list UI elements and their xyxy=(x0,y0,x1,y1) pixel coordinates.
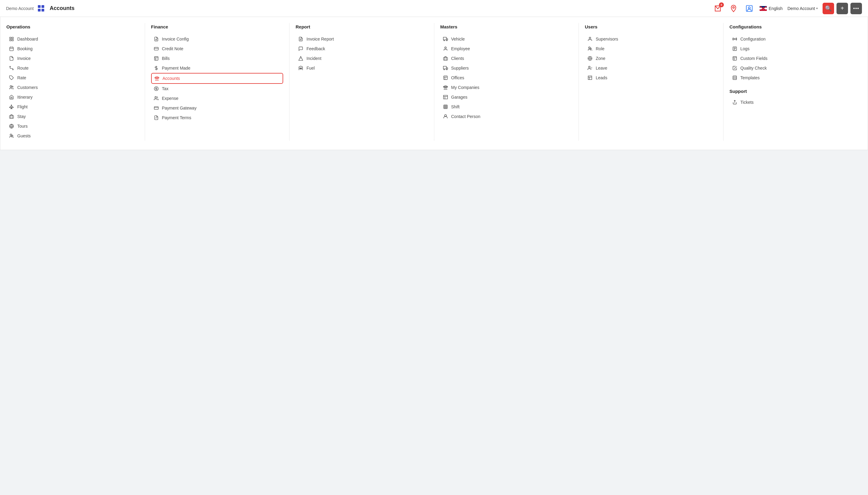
menu-item-leads[interactable]: Leads xyxy=(585,73,717,83)
menu-item-credit-note[interactable]: Credit Note xyxy=(151,44,283,54)
svg-point-11 xyxy=(10,66,11,67)
svg-rect-4 xyxy=(12,37,13,39)
contact-person-label: Contact Person xyxy=(451,114,481,119)
menu-item-booking[interactable]: Booking xyxy=(6,44,139,54)
mail-icon-btn[interactable]: 0 xyxy=(712,3,723,14)
suppliers-label: Suppliers xyxy=(451,66,469,70)
clients-icon xyxy=(443,56,448,61)
menu-item-custom-fields[interactable]: Custom Fields xyxy=(730,54,862,63)
menu-item-quality-check[interactable]: Quality Check xyxy=(730,63,862,73)
menu-item-employee[interactable]: Employee xyxy=(440,44,573,54)
report-header: Report xyxy=(296,24,428,29)
zone-label: Zone xyxy=(596,56,605,61)
custom-fields-icon xyxy=(732,56,737,61)
svg-rect-23 xyxy=(154,47,158,50)
leads-label: Leads xyxy=(596,75,607,80)
user-icon-btn[interactable] xyxy=(744,3,755,14)
menu-item-payment-terms[interactable]: Payment Terms xyxy=(151,113,283,122)
supervisors-label: Supervisors xyxy=(596,37,618,41)
menu-item-expense[interactable]: Expense xyxy=(151,93,283,103)
menu-item-guests[interactable]: Guests xyxy=(6,131,139,141)
menu-item-invoice[interactable]: Invoice xyxy=(6,54,139,63)
account-dropdown[interactable]: Demo Account ▾ xyxy=(787,6,818,11)
configurations-column: Configurations Configuration Logs Custom… xyxy=(723,23,868,141)
menu-item-clients[interactable]: Clients xyxy=(440,54,573,63)
svg-point-19 xyxy=(10,134,12,136)
menu-item-bills[interactable]: Bills xyxy=(151,54,283,63)
menu-item-stay[interactable]: Stay xyxy=(6,112,139,121)
menu-item-itinerary[interactable]: Itinerary xyxy=(6,92,139,102)
nav-right: 0 English Demo Account ▾ xyxy=(712,3,862,14)
menu-item-shift[interactable]: Shift xyxy=(440,102,573,112)
feedback-label: Feedback xyxy=(307,46,325,51)
menu-item-invoice-config[interactable]: Invoice Config xyxy=(151,34,283,44)
page-background xyxy=(0,150,868,495)
svg-point-15 xyxy=(12,86,13,87)
menu-item-payment-gateway[interactable]: Payment Gateway xyxy=(151,103,283,113)
vehicle-icon xyxy=(443,36,448,42)
add-button[interactable]: + xyxy=(836,3,848,14)
my-companies-label: My Companies xyxy=(451,85,479,90)
menu-item-invoice-report[interactable]: Invoice Report xyxy=(296,34,428,44)
menu-item-incident[interactable]: Incident xyxy=(296,54,428,63)
search-button[interactable]: 🔍 xyxy=(822,3,834,14)
menu-item-tickets[interactable]: Tickets xyxy=(730,98,862,107)
role-label: Role xyxy=(596,46,605,51)
fuel-label: Fuel xyxy=(307,66,315,70)
svg-point-89 xyxy=(734,38,735,40)
menu-item-rate[interactable]: Rate xyxy=(6,73,139,83)
menu-item-customers[interactable]: Customers xyxy=(6,83,139,92)
menu-item-route[interactable]: Route xyxy=(6,63,139,73)
menu-item-accounts[interactable]: Accounts xyxy=(151,73,283,84)
templates-icon xyxy=(732,75,737,81)
menu-item-templates[interactable]: Templates xyxy=(730,73,862,83)
menu-item-logs[interactable]: Logs xyxy=(730,44,862,54)
menu-item-leave[interactable]: Leave xyxy=(585,63,717,73)
support-header: Support xyxy=(730,89,862,94)
svg-rect-55 xyxy=(443,66,446,69)
svg-rect-5 xyxy=(10,39,11,41)
report-column: Report Invoice Report Feedback Incident … xyxy=(290,23,434,141)
menu-item-fuel[interactable]: Fuel xyxy=(296,63,428,73)
svg-point-77 xyxy=(589,37,591,39)
svg-point-53 xyxy=(445,47,446,48)
location-icon-btn[interactable] xyxy=(728,3,739,14)
menu-item-payment-made[interactable]: Payment Made xyxy=(151,63,283,73)
menu-item-flight[interactable]: Flight xyxy=(6,102,139,112)
more-button[interactable]: ••• xyxy=(850,3,862,14)
guests-label: Guests xyxy=(17,133,31,138)
menu-item-feedback[interactable]: Feedback xyxy=(296,44,428,54)
zone-icon xyxy=(587,56,593,61)
language-selector[interactable]: English xyxy=(759,6,783,11)
menu-item-vehicle[interactable]: Vehicle xyxy=(440,34,573,44)
menu-item-zone[interactable]: Zone xyxy=(585,54,717,63)
svg-point-14 xyxy=(10,86,12,87)
invoice-config-label: Invoice Config xyxy=(162,37,189,41)
menu-item-my-companies[interactable]: My Companies xyxy=(440,83,573,92)
svg-point-79 xyxy=(590,48,591,49)
rate-icon xyxy=(9,75,14,81)
svg-rect-6 xyxy=(12,39,13,41)
grid-icon[interactable] xyxy=(38,5,44,12)
menu-item-garages[interactable]: Garages xyxy=(440,92,573,102)
menu-item-suppliers[interactable]: Suppliers xyxy=(440,63,573,73)
garages-icon xyxy=(443,95,448,100)
payment-gateway-label: Payment Gateway xyxy=(162,106,197,110)
menu-item-dashboard[interactable]: Dashboard xyxy=(6,34,139,44)
menu-item-supervisors[interactable]: Supervisors xyxy=(585,34,717,44)
booking-label: Booking xyxy=(17,46,33,51)
menu-item-tours[interactable]: Tours xyxy=(6,121,139,131)
flight-label: Flight xyxy=(17,104,28,109)
employee-label: Employee xyxy=(451,46,470,51)
menu-item-configuration[interactable]: Configuration xyxy=(730,34,862,44)
contact-person-icon xyxy=(443,114,448,119)
menu-item-role[interactable]: Role xyxy=(585,44,717,54)
logs-label: Logs xyxy=(740,46,750,51)
menu-item-tax[interactable]: Tax xyxy=(151,84,283,93)
menu-item-offices[interactable]: Offices xyxy=(440,73,573,83)
menu-item-contact-person[interactable]: Contact Person xyxy=(440,112,573,121)
role-icon xyxy=(587,46,593,51)
leave-label: Leave xyxy=(596,66,607,70)
payment-gateway-icon xyxy=(153,105,159,111)
svg-rect-88 xyxy=(588,76,592,80)
